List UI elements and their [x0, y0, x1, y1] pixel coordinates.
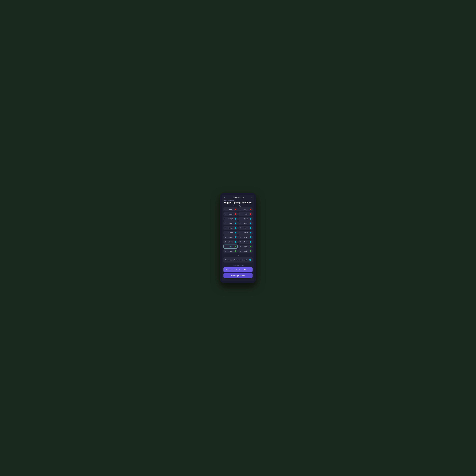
condition-item-10[interactable]: 10Pulse	[238, 226, 253, 230]
condition-item-15[interactable]: 15Flicker	[223, 240, 238, 244]
condition-row: 7Fade8Pulse	[223, 221, 253, 225]
condition-number: 18	[239, 246, 241, 247]
condition-dot	[235, 250, 237, 252]
condition-label: Pulse	[226, 246, 235, 247]
condition-row: 13Pulse14Flicker	[223, 235, 253, 239]
condition-dot	[250, 209, 251, 210]
phone-shell: ← Chandalf's Trick ≡ Age of Mythology Tr…	[220, 193, 256, 283]
condition-label: Pulse	[241, 227, 250, 229]
condition-row: 15Flicker16Fade	[223, 240, 253, 244]
condition-item-5[interactable]: 5Default	[223, 217, 238, 221]
condition-label: Flicker	[226, 213, 235, 215]
condition-dot	[250, 237, 251, 238]
condition-dot	[235, 246, 237, 247]
condition-number: 3	[225, 213, 226, 215]
select-color-button[interactable]: Select a color for the profile view	[223, 267, 253, 272]
condition-item-2[interactable]: 2Pulse	[238, 207, 253, 211]
condition-row: 19Pulse20Flicker	[223, 249, 253, 253]
condition-label: Flicker	[241, 218, 250, 220]
back-button[interactable]: ←	[224, 197, 226, 199]
condition-dot	[250, 218, 251, 220]
conditions-grid: 1Fade2Pulse3Flicker4Pulse5Default6Flicke…	[222, 207, 254, 253]
condition-item-9[interactable]: 9Default	[223, 226, 238, 230]
save-profile-button[interactable]: Save Light Profile	[223, 273, 253, 278]
condition-number: 15	[225, 241, 226, 243]
condition-number: 8	[239, 223, 241, 224]
subtitle: Age of Mythology	[222, 200, 254, 202]
condition-item-3[interactable]: 3Flicker	[223, 212, 238, 216]
condition-item-16[interactable]: 16Fade	[238, 240, 253, 244]
tap-label: Tap to configure	[222, 205, 254, 207]
condition-item-19[interactable]: 19Pulse	[223, 249, 238, 253]
condition-label: Pulse	[226, 237, 235, 238]
header: ← Chandalf's Trick ≡	[222, 195, 254, 200]
condition-row: 3Flicker4Pulse	[223, 212, 253, 216]
condition-label: Pulse	[241, 223, 250, 224]
phone-screen: ← Chandalf's Trick ≡ Age of Mythology Tr…	[222, 195, 254, 281]
restore-defaults-button[interactable]: Restore To Defaults	[222, 264, 254, 266]
condition-item-7[interactable]: 7Fade	[223, 221, 238, 225]
condition-item-1[interactable]: 1Fade	[223, 207, 238, 211]
condition-label: Default	[226, 227, 235, 229]
or-divider: Or	[222, 255, 254, 256]
condition-item-13[interactable]: 13Pulse	[223, 235, 238, 239]
condition-item-18[interactable]: 18Flicker	[238, 245, 253, 249]
condition-item-20[interactable]: 20Flicker	[238, 249, 253, 253]
condition-row: 11Default12Flicker	[223, 231, 253, 235]
condition-number: 14	[239, 237, 241, 238]
one-config-label: One configuration to rule them all	[225, 259, 247, 261]
condition-item-17[interactable]: 17Pulse	[223, 245, 238, 249]
condition-number: 13	[225, 237, 226, 238]
condition-label: Flicker	[241, 250, 250, 252]
condition-dot	[250, 246, 251, 247]
condition-item-14[interactable]: 14Flicker	[238, 235, 253, 239]
condition-row: 17Pulse18Flicker	[223, 245, 253, 249]
condition-dot	[250, 227, 251, 229]
condition-item-4[interactable]: 4Pulse	[238, 212, 253, 216]
condition-dot	[235, 213, 237, 215]
condition-number: 5	[225, 218, 226, 220]
condition-number: 4	[239, 213, 241, 215]
condition-number: 10	[239, 227, 241, 229]
condition-number: 16	[239, 241, 241, 243]
condition-dot	[235, 241, 237, 243]
condition-number: 7	[225, 223, 226, 224]
condition-label: Fade	[241, 241, 250, 243]
condition-label: Pulse	[241, 209, 250, 210]
condition-label: Pulse	[241, 213, 250, 215]
condition-dot	[235, 209, 237, 210]
page-title: Trigger Lighting Conditions	[222, 202, 254, 205]
condition-label: Flicker	[241, 237, 250, 238]
menu-icon: ≡	[251, 197, 252, 199]
one-config-button[interactable]: One configuration to rule them all	[223, 257, 253, 263]
one-config-dot	[249, 259, 251, 261]
condition-label: Flicker	[241, 246, 250, 247]
condition-item-8[interactable]: 8Pulse	[238, 221, 253, 225]
condition-label: Pulse	[226, 250, 235, 252]
condition-dot	[235, 232, 237, 234]
condition-dot	[235, 227, 237, 229]
condition-item-11[interactable]: 11Default	[223, 231, 238, 235]
back-icon: ←	[224, 197, 226, 199]
condition-number: 1	[225, 209, 226, 210]
condition-number: 9	[225, 227, 226, 229]
condition-label: Fade	[226, 223, 235, 224]
condition-dot	[235, 218, 237, 220]
condition-label: Default	[226, 218, 235, 220]
condition-label: Flicker	[226, 241, 235, 243]
menu-button[interactable]: ≡	[251, 197, 252, 199]
condition-dot	[250, 222, 251, 224]
condition-number: 17	[225, 246, 226, 247]
condition-row: 9Default10Pulse	[223, 226, 253, 230]
header-title: Chandalf's Trick	[233, 197, 244, 199]
condition-row: 5Default6Flicker	[223, 217, 253, 221]
condition-number: 6	[239, 218, 241, 220]
condition-dot	[250, 232, 251, 234]
condition-dot	[235, 237, 237, 238]
condition-number: 12	[239, 232, 241, 233]
condition-row: 1Fade2Pulse	[223, 207, 253, 211]
condition-item-12[interactable]: 12Flicker	[238, 231, 253, 235]
condition-item-6[interactable]: 6Flicker	[238, 217, 253, 221]
condition-label: Fade	[226, 209, 235, 210]
condition-number: 11	[225, 232, 226, 233]
